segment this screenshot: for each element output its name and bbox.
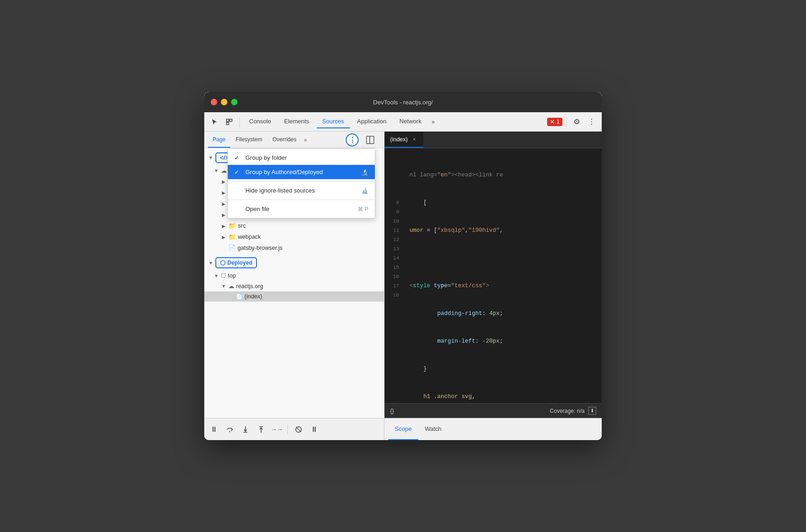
tab-sources[interactable]: Sources [317, 115, 350, 128]
menu-trigger-button[interactable]: ⋮ [346, 133, 359, 146]
step-into-button[interactable] [239, 423, 251, 435]
more-tabs-button[interactable]: » [429, 119, 438, 125]
svg-rect-0 [226, 119, 229, 121]
error-x-icon: ✕ [550, 119, 555, 125]
debug-controls: ⏸ [204, 418, 385, 440]
tab-close-button[interactable]: × [410, 136, 418, 143]
menu-item-group-authored[interactable]: ✓ Group by Authored/Deployed 🔬 [228, 165, 375, 179]
error-count: 1 [556, 119, 560, 125]
step-over-button[interactable] [224, 423, 236, 435]
debug-divider [287, 425, 288, 434]
error-badge[interactable]: ✕ 1 [547, 118, 562, 126]
settings-button[interactable]: ⚙ [570, 115, 583, 128]
line-num-2 [385, 161, 404, 170]
menu-label-group-folder: Group by folder [245, 154, 368, 161]
more-options-button[interactable]: ⋮ [585, 115, 598, 128]
code-content[interactable]: nl lang="en"><head><link re [ umor = ["x… [404, 148, 602, 403]
menu-divider [228, 181, 375, 181]
step-out-button[interactable] [255, 423, 267, 435]
node-modules-arrow: ▶ [221, 212, 226, 218]
code-line-2: [ [409, 198, 596, 207]
svg-line-10 [296, 427, 301, 432]
left-panel: Page Filesystem Overrides » ⋮ ✓ Group by… [204, 132, 385, 418]
close-button[interactable] [211, 99, 217, 105]
cloud-icon: ☁ [221, 167, 227, 174]
sub-more-button[interactable]: » [302, 137, 309, 143]
line-num-9: 9 [385, 207, 404, 217]
window-title: DevTools - reactjs.org/ [373, 99, 433, 106]
toolbar-divider-1 [239, 116, 240, 127]
line-num-4 [385, 180, 404, 189]
check-icon-group-authored: ✓ [234, 169, 242, 175]
code-line-5: <style type="text/css"> [409, 281, 596, 290]
deployed-box-icon: ⬡ [220, 259, 226, 266]
tab-console[interactable]: Console [244, 115, 277, 128]
code-status-bar: {} Coverage: n/a ⬇ [385, 403, 602, 418]
menu-item-open-file[interactable]: ✓ Open file ⌘ P [228, 202, 375, 216]
menu-item-group-folder[interactable]: ✓ Group by folder [228, 151, 375, 165]
tab-network[interactable]: Network [394, 115, 427, 128]
cloud-icon-reactjs: ☁ [228, 283, 234, 290]
scope-watch-bar: Scope Watch [385, 418, 602, 440]
js-file-icon: 📄 [228, 244, 236, 251]
buildin-arrow: ▶ [221, 179, 226, 184]
coverage-download-icon[interactable]: ⬇ [588, 407, 596, 415]
line-num-17: 17 [385, 281, 404, 290]
webpack-child-arrow: ▶ [221, 234, 226, 240]
src-folder[interactable]: ▶ 📁 src [204, 220, 384, 231]
format-button[interactable]: {} [390, 407, 394, 414]
line-num-18: 18 [385, 290, 404, 300]
tab-overrides[interactable]: Overrides [268, 132, 301, 148]
step-button[interactable]: →→ [271, 423, 283, 435]
authored-arrow: ▼ [208, 155, 214, 161]
code-line-11: h1 .anchor svg, [409, 392, 596, 401]
bottom-container: ⏸ [204, 418, 602, 440]
page-icon-top: ☐ [221, 272, 226, 279]
devtools-window: DevTools - reactjs.org/ Console Elements… [204, 92, 602, 440]
deactivate-button[interactable] [293, 423, 305, 435]
panel-collapse-button[interactable] [364, 133, 377, 146]
menu-label-open-file: Open file [245, 206, 354, 212]
webpack-folder-child[interactable]: ▶ 📁 webpack [204, 231, 384, 242]
webpack-child-label: webpack [238, 234, 261, 240]
code-editor[interactable]: 8 9 10 11 12 13 14 15 16 17 18 nl lang="… [385, 148, 602, 403]
reactjs-folder[interactable]: ▼ ☁ reactjs.org [204, 281, 384, 291]
maximize-button[interactable] [231, 99, 238, 105]
tab-scope[interactable]: Scope [388, 418, 418, 440]
top-arrow: ▼ [214, 273, 219, 278]
webpack-arrow: ▼ [214, 168, 219, 174]
editor-tab-index[interactable]: (index) × [385, 132, 423, 148]
editor-tabs: (index) × [385, 132, 602, 148]
index-file[interactable]: 📄 (index) [204, 291, 384, 302]
code-line-4 [409, 254, 596, 263]
gatsby-browser-file[interactable]: 📄 gatsby-browser.js [204, 242, 384, 253]
tab-elements[interactable]: Elements [279, 115, 315, 128]
tab-application[interactable]: Application [352, 115, 392, 128]
layers-button[interactable] [223, 115, 236, 128]
tab-page[interactable]: Page [208, 132, 230, 148]
pause-button[interactable]: ⏸ [208, 423, 220, 435]
top-folder[interactable]: ▼ ☐ top [204, 271, 384, 281]
pause2-button[interactable]: ⏸ [308, 423, 320, 435]
cursor-tool-button[interactable] [208, 115, 221, 128]
reactjs-label: reactjs.org [236, 283, 263, 290]
line-num-3 [385, 170, 404, 180]
check-icon-group-folder: ✓ [234, 154, 242, 161]
menu-label-hide-ignored: Hide ignore-listed sources [245, 187, 358, 194]
line-num-10: 10 [385, 217, 404, 226]
deployed-section-header[interactable]: ▼ ⬡ Deployed [204, 255, 384, 271]
tab-filesystem[interactable]: Filesystem [231, 132, 267, 148]
minimize-button[interactable] [221, 99, 227, 105]
svg-rect-3 [366, 136, 374, 144]
code-line-9: margin-left: -20px; [409, 337, 596, 346]
right-panel: (index) × 8 9 10 11 12 13 [385, 132, 602, 418]
content-arrow: ▶ [221, 201, 226, 206]
menu-item-hide-ignored[interactable]: ✓ Hide ignore-listed sources 🔬 [228, 183, 375, 198]
code-line-8: padding-right: 4px; [409, 309, 596, 318]
line-num-16: 16 [385, 272, 404, 281]
line-num-1 [385, 152, 404, 161]
code-line-10: } [409, 364, 596, 374]
editor-tab-label: (index) [390, 136, 408, 143]
tab-watch[interactable]: Watch [418, 418, 448, 440]
code-gutter: 8 9 10 11 12 13 14 15 16 17 18 [385, 148, 404, 403]
